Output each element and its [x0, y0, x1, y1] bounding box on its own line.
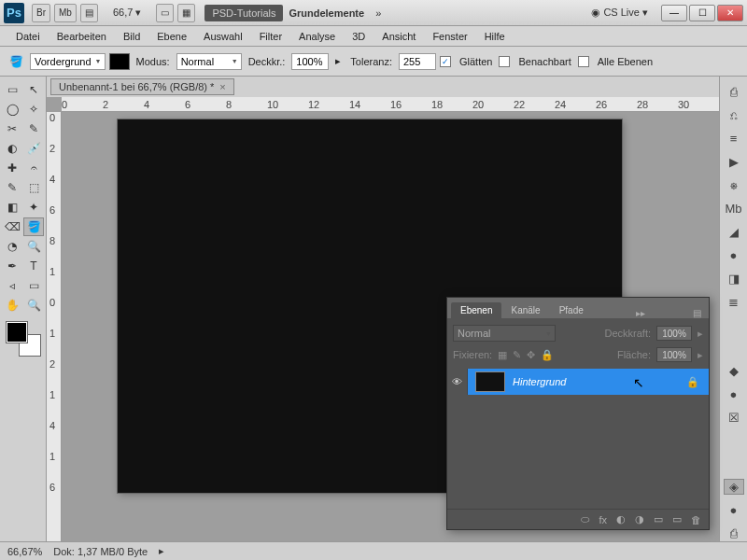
- opacity-input[interactable]: 100%: [291, 53, 329, 70]
- fill-color-swatch[interactable]: [109, 53, 130, 70]
- dock-icon-9[interactable]: ≣: [724, 294, 744, 310]
- current-tool-icon[interactable]: 🪣: [6, 52, 26, 71]
- menu-datei[interactable]: Datei: [7, 31, 49, 42]
- dock-icon-3[interactable]: ▶: [724, 154, 744, 170]
- tutorials-label[interactable]: PSD-Tutorials: [204, 5, 283, 21]
- panel-collapse-icon[interactable]: ▸▸: [632, 308, 649, 318]
- screen-mode-button[interactable]: ▭: [156, 4, 174, 22]
- panel-menu-icon[interactable]: ▤: [689, 308, 705, 318]
- document-tab[interactable]: Unbenannt-1 bei 66,7% (RGB/8) * ×: [50, 78, 234, 95]
- dock-icon-15[interactable]: ◈: [724, 479, 744, 495]
- tool-3[interactable]: ✧: [23, 100, 44, 119]
- delete-layer-icon[interactable]: 🗑: [691, 514, 701, 525]
- dock-icon-17[interactable]: ⎙: [724, 525, 744, 541]
- dock-icon-4[interactable]: ⎈: [724, 177, 744, 193]
- dock-icon-7[interactable]: ●: [724, 247, 744, 263]
- tool-5[interactable]: ✎: [23, 119, 44, 138]
- tab-layers[interactable]: Ebenen: [451, 302, 501, 318]
- tool-20[interactable]: ◃: [2, 276, 22, 295]
- dock-icon-6[interactable]: ◢: [724, 224, 744, 240]
- menu-3d[interactable]: 3D: [344, 31, 374, 42]
- layer-opacity-value[interactable]: 100%: [656, 326, 692, 341]
- status-arrow-icon[interactable]: ▸: [159, 545, 164, 557]
- tab-channels[interactable]: Kanäle: [501, 302, 549, 318]
- dock-icon-11[interactable]: ◆: [724, 363, 744, 379]
- cslive-button[interactable]: ◉ CS Live ▾: [585, 7, 654, 19]
- alllayers-checkbox[interactable]: [578, 56, 589, 67]
- dock-icon-16[interactable]: ●: [724, 502, 744, 518]
- tool-14[interactable]: ⌫: [2, 217, 22, 236]
- fill-flyout-icon[interactable]: ▸: [698, 349, 703, 361]
- dock-icon-2[interactable]: ≡: [724, 131, 744, 147]
- tool-17[interactable]: 🔍: [23, 237, 44, 256]
- layer-blend-dropdown[interactable]: Normal: [453, 325, 556, 342]
- tool-21[interactable]: ▭: [23, 276, 44, 295]
- layer-group-icon[interactable]: ▭: [654, 513, 663, 525]
- tool-7[interactable]: 💉: [23, 139, 44, 158]
- tool-10[interactable]: ✎: [2, 178, 22, 197]
- foreground-color[interactable]: [7, 322, 27, 343]
- link-layers-icon[interactable]: ⬭: [581, 513, 589, 525]
- tool-13[interactable]: ✦: [23, 198, 44, 217]
- dock-icon-1[interactable]: ⎌: [724, 107, 744, 123]
- tab-close-icon[interactable]: ×: [219, 81, 225, 92]
- menu-fenster[interactable]: Fenster: [424, 31, 475, 42]
- dock-icon-0[interactable]: ⎙: [724, 84, 744, 100]
- new-layer-icon[interactable]: ▭: [672, 513, 682, 525]
- layer-visibility-icon[interactable]: 👁: [447, 369, 468, 395]
- tool-2[interactable]: ◯: [2, 100, 22, 119]
- tool-9[interactable]: 𝄐: [23, 159, 44, 177]
- contiguous-checkbox[interactable]: [499, 56, 510, 67]
- tool-12[interactable]: ◧: [2, 198, 22, 217]
- layer-thumbnail[interactable]: [475, 371, 505, 392]
- lock-all-icon[interactable]: 🔒: [541, 349, 554, 361]
- menu-analyse[interactable]: Analyse: [290, 31, 344, 42]
- menu-auswahl[interactable]: Auswahl: [195, 31, 251, 42]
- opacity-flyout-icon[interactable]: ▸: [698, 328, 703, 340]
- bridge-button[interactable]: Br: [32, 4, 50, 22]
- menu-ebene[interactable]: Ebene: [148, 31, 195, 42]
- status-zoom[interactable]: 66,67%: [7, 546, 42, 557]
- lock-position-icon[interactable]: ✥: [527, 349, 535, 361]
- color-swatches[interactable]: [7, 322, 40, 356]
- dock-icon-5[interactable]: Mb: [724, 201, 744, 217]
- antialias-checkbox[interactable]: ✓: [440, 56, 451, 67]
- film-button[interactable]: ▤: [80, 4, 98, 22]
- tool-6[interactable]: ◐: [2, 139, 22, 158]
- layer-mask-icon[interactable]: ◐: [616, 513, 626, 525]
- dock-icon-12[interactable]: ●: [724, 386, 744, 402]
- tool-15[interactable]: 🪣: [23, 217, 44, 236]
- dock-icon-8[interactable]: ◨: [724, 271, 744, 287]
- tolerance-input[interactable]: 255: [399, 53, 436, 70]
- tab-paths[interactable]: Pfade: [550, 302, 593, 318]
- dock-icon-13[interactable]: ☒: [724, 410, 744, 426]
- zoom-level[interactable]: 66,7 ▾: [107, 7, 147, 19]
- status-docinfo[interactable]: Dok: 1,37 MB/0 Byte: [53, 546, 148, 557]
- tool-8[interactable]: ✚: [2, 159, 22, 177]
- fill-source-dropdown[interactable]: Vordergrund: [30, 53, 106, 70]
- layer-fx-icon[interactable]: fx: [599, 514, 607, 525]
- minimize-button[interactable]: —: [661, 5, 687, 21]
- tool-1[interactable]: ↖: [23, 80, 44, 99]
- workspace-switcher[interactable]: Grundelemente: [283, 7, 370, 19]
- tool-16[interactable]: ◔: [2, 237, 22, 256]
- layer-name[interactable]: Hintergrund: [513, 376, 677, 387]
- tool-22[interactable]: ✋: [2, 296, 22, 315]
- minibridge-button[interactable]: Mb: [54, 4, 77, 22]
- more-chevron-icon[interactable]: »: [370, 7, 387, 19]
- menu-bild[interactable]: Bild: [115, 31, 148, 42]
- layer-row[interactable]: 👁 Hintergrund 🔒: [447, 369, 709, 395]
- menu-hilfe[interactable]: Hilfe: [476, 31, 514, 42]
- layer-fill-value[interactable]: 100%: [656, 347, 692, 362]
- tool-23[interactable]: 🔍: [23, 296, 44, 315]
- lock-pixels-icon[interactable]: ✎: [513, 349, 521, 361]
- tool-4[interactable]: ✂: [2, 119, 22, 138]
- close-button[interactable]: ✕: [717, 5, 743, 21]
- lock-transparency-icon[interactable]: ▦: [498, 349, 507, 361]
- adjustment-layer-icon[interactable]: ◑: [635, 513, 644, 525]
- menu-ansicht[interactable]: Ansicht: [374, 31, 424, 42]
- menu-bearbeiten[interactable]: Bearbeiten: [49, 31, 115, 42]
- arrange-button[interactable]: ▦: [177, 4, 195, 22]
- blend-mode-dropdown[interactable]: Normal: [176, 53, 242, 70]
- maximize-button[interactable]: ☐: [689, 5, 715, 21]
